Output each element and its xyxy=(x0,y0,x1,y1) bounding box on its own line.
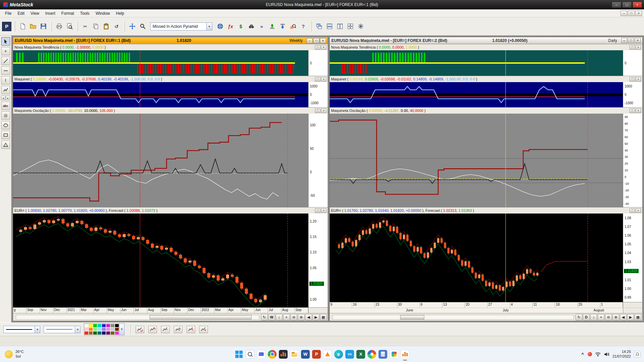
panel-header[interactable]: Nova Maquineta Tendência(0.0000,-1.00000… xyxy=(13,44,328,50)
copy-button[interactable] xyxy=(91,22,100,31)
menu-file[interactable]: File xyxy=(2,10,14,17)
page-right-button[interactable]: ▶ xyxy=(627,314,634,320)
window-close-button[interactable]: × xyxy=(635,38,641,43)
app-close-button[interactable]: × xyxy=(633,2,642,8)
periodicity-daily-button[interactable]: D xyxy=(583,314,590,320)
color-swatch[interactable] xyxy=(106,324,110,327)
palette-prev-button[interactable]: ◂ xyxy=(1,96,5,100)
context-help-button[interactable]: ? xyxy=(299,22,308,31)
tray-record-icon[interactable] xyxy=(588,352,592,356)
open-button[interactable] xyxy=(28,22,38,31)
zoom-out-button[interactable]: ⊖ xyxy=(605,314,612,320)
undo-button[interactable]: ↺ xyxy=(112,22,121,31)
app-restore-button[interactable]: □ xyxy=(622,2,632,8)
window-titlebar[interactable]: EURUSD Nova Maquineta.mwl - [EUR=] FOREX… xyxy=(13,37,328,44)
periodicity-weekly-button[interactable]: W xyxy=(268,314,275,320)
taskbar-clock[interactable]: 14:25 21/07/2022 xyxy=(612,350,631,359)
window-titlebar[interactable]: EURUSD Nova Maquineta.mwl - [EUR=] FOREX… xyxy=(330,37,642,44)
explorer-button[interactable] xyxy=(215,22,225,31)
rectangle-tool[interactable] xyxy=(1,131,10,139)
panel-close-button[interactable]: × xyxy=(321,208,326,213)
panel-restore-button[interactable]: □ xyxy=(315,208,320,213)
color-swatch[interactable] xyxy=(84,327,89,331)
data-window-button[interactable]: ▦ xyxy=(635,314,641,320)
color-swatch[interactable] xyxy=(84,324,89,327)
color-swatch[interactable] xyxy=(93,331,97,335)
panel-header[interactable]: Maquinet(0.00169,0.02605,-0.03598,-0.011… xyxy=(330,76,642,82)
settings-button[interactable] xyxy=(356,22,365,31)
window-minimize-button[interactable]: – xyxy=(621,38,627,43)
panel-header[interactable]: Maquineta Oscilação(1.00000,-50.0793,10.… xyxy=(13,108,328,114)
grid-tool[interactable] xyxy=(1,111,10,120)
scale-fit-button[interactable]: ↕ xyxy=(276,314,282,320)
oscilacao-chart[interactable] xyxy=(13,114,308,207)
color-swatch[interactable] xyxy=(110,331,115,335)
window-restore-button[interactable]: □ xyxy=(313,38,319,43)
color-swatch[interactable] xyxy=(84,331,89,335)
save-button[interactable] xyxy=(39,22,48,31)
tendencia-chart[interactable] xyxy=(13,50,308,76)
price-chart[interactable] xyxy=(13,214,308,307)
data-window-button[interactable]: ▦ xyxy=(320,314,327,320)
panel-close-button[interactable]: × xyxy=(636,109,641,113)
panel-restore-button[interactable]: □ xyxy=(630,109,635,113)
h-scrollbar-thumb[interactable] xyxy=(400,315,424,319)
scale-preset-6[interactable] xyxy=(199,326,208,333)
maquinet-chart[interactable] xyxy=(13,82,308,107)
menu-format[interactable]: Format xyxy=(58,10,77,17)
scale-preset-4[interactable] xyxy=(174,326,182,333)
window-restore-button[interactable]: □ xyxy=(628,38,634,43)
taskbar-vlc-button[interactable] xyxy=(323,350,332,359)
panel-header[interactable]: Maquinet(0.16686,-0.00430,-0.20579,-0.37… xyxy=(13,76,328,82)
app-minimize-button[interactable]: – xyxy=(612,2,621,8)
refresh-button[interactable]: ↻ xyxy=(576,314,582,320)
pan-tool-button[interactable]: + xyxy=(283,314,290,320)
indicator-builder-button[interactable]: ƒx xyxy=(226,22,235,31)
scale-preset-2[interactable] xyxy=(148,326,157,333)
panel-header[interactable]: EUR=(1.00830,1.02780,1.00770,1.01820,+0.… xyxy=(13,207,328,214)
text-tool[interactable]: I xyxy=(1,76,10,84)
panel-restore-button[interactable]: □ xyxy=(630,77,635,81)
h-scrollbar[interactable] xyxy=(332,315,574,320)
triangle-tool[interactable] xyxy=(1,140,10,149)
taskbar-start-button[interactable] xyxy=(235,350,244,359)
scale-preset-5[interactable] xyxy=(186,326,195,333)
taskbar-chrome-button[interactable] xyxy=(268,350,277,359)
menu-edit[interactable]: Edit xyxy=(14,10,28,17)
taskbar-calculator-button[interactable] xyxy=(379,350,387,359)
color-swatch[interactable] xyxy=(106,327,110,331)
panel-close-button[interactable]: × xyxy=(636,45,641,50)
wifi-icon[interactable] xyxy=(595,352,601,357)
page-left-button[interactable]: ◀ xyxy=(305,314,312,320)
menu-tools[interactable]: Tools xyxy=(77,10,93,17)
price-chart[interactable] xyxy=(330,214,623,302)
pan-tool-button[interactable]: + xyxy=(598,314,604,320)
tendencia-chart[interactable] xyxy=(330,50,623,76)
color-swatch[interactable] xyxy=(102,324,106,327)
color-swatch[interactable] xyxy=(102,327,106,331)
h-scrollbar[interactable] xyxy=(16,315,259,320)
panel-close-button[interactable]: × xyxy=(321,109,326,113)
taskbar-powerpoint-button[interactable]: P xyxy=(312,350,321,359)
panel-restore-button[interactable]: □ xyxy=(315,109,320,113)
chevron-down-icon[interactable]: ▾ xyxy=(75,326,80,333)
download-button[interactable] xyxy=(278,22,287,31)
pointer-tool[interactable] xyxy=(1,37,10,46)
color-swatch[interactable] xyxy=(102,331,106,335)
scale-fit-button[interactable]: ↕ xyxy=(590,314,597,320)
taskbar-excel-button[interactable]: X xyxy=(357,350,365,359)
explorer-search-button[interactable] xyxy=(247,22,256,31)
page-right-button[interactable]: ▶ xyxy=(313,314,319,320)
line-weight-select[interactable]: ▾ xyxy=(44,326,80,333)
refresh-button[interactable]: ↻ xyxy=(261,314,268,320)
taskbar-chat-button[interactable] xyxy=(257,350,266,359)
scale-preset-3[interactable] xyxy=(161,326,170,333)
cascade-windows-button[interactable] xyxy=(314,22,324,31)
menu-view[interactable]: View xyxy=(28,10,42,17)
taskbar-search-button[interactable] xyxy=(246,350,255,359)
taskbar-whiteboard-button[interactable] xyxy=(390,350,398,359)
print-preview-button[interactable] xyxy=(65,22,74,31)
chart-find-button[interactable] xyxy=(288,22,298,31)
color-swatch[interactable] xyxy=(115,327,119,331)
line-style-select[interactable]: ▾ xyxy=(3,326,40,333)
